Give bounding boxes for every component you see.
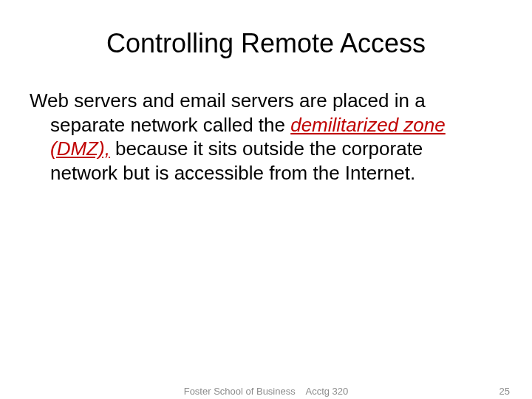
body-text: Web servers and email servers are placed… xyxy=(30,89,502,185)
footer-course: Acctg 320 xyxy=(305,386,348,397)
slide: Controlling Remote Access Web servers an… xyxy=(0,0,532,399)
body-paragraph: Web servers and email servers are placed… xyxy=(30,89,495,185)
slide-title: Controlling Remote Access xyxy=(30,28,502,59)
footer-school: Foster School of Business xyxy=(184,386,296,397)
page-number: 25 xyxy=(499,386,510,397)
footer-center: Foster School of Business Acctg 320 xyxy=(184,386,349,397)
